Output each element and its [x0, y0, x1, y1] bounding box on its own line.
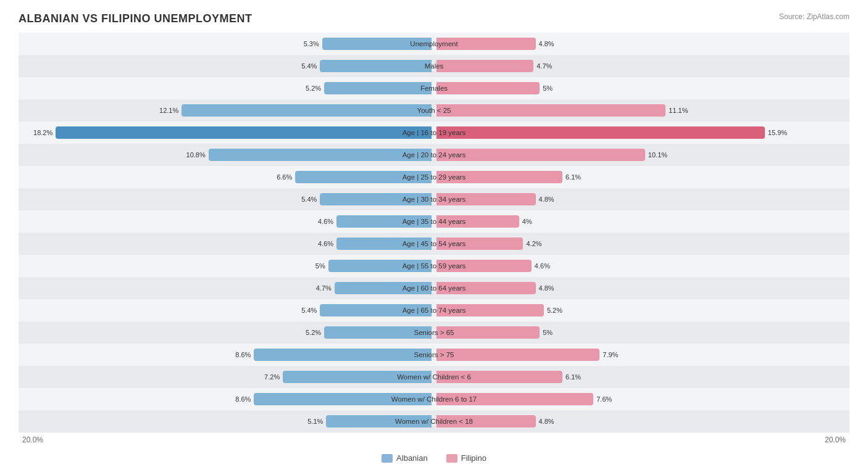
bar-right-4	[436, 126, 765, 139]
left-half-16: 8.6%	[19, 388, 434, 410]
val-right-6: 6.1%	[565, 173, 584, 181]
bar-row: 4.7% Age | 60 to 64 years 4.8%	[19, 277, 849, 299]
bar-row: 5.4% Age | 65 to 74 years 5.2%	[19, 299, 849, 321]
val-right-3: 11.1%	[669, 107, 688, 114]
right-half-17: 4.8%	[434, 410, 849, 432]
bar-left-11	[335, 282, 432, 294]
chart-area: 5.3% Unemployment 4.8% 5.4% Males 4.7% 5…	[19, 33, 849, 432]
left-half-17: 5.1%	[19, 410, 434, 432]
bar-right-9	[436, 238, 523, 250]
val-right-12: 5.2%	[547, 307, 565, 314]
val-right-5: 10.1%	[648, 151, 667, 159]
bar-row: 8.6% Seniors > 75 7.9%	[19, 344, 849, 366]
val-right-15: 6.1%	[565, 373, 584, 381]
right-half-3: 11.1%	[434, 99, 849, 122]
val-right-14: 7.9%	[603, 351, 621, 358]
bar-right-15	[436, 371, 562, 383]
val-left-9: 4.6%	[315, 240, 333, 247]
legend: Albanian Filipino	[19, 453, 849, 463]
bar-row: 5.4% Males 4.7%	[19, 55, 849, 77]
right-half-1: 4.7%	[434, 55, 849, 77]
val-left-10: 5%	[307, 262, 325, 270]
chart-header: ALBANIAN VS FILIPINO UNEMPLOYMENT Source…	[19, 12, 849, 25]
axis-row: 20.0% 20.0%	[19, 432, 849, 447]
bar-row: 18.2% Age | 16 to 19 years 15.9%	[19, 122, 849, 144]
val-left-14: 8.6%	[232, 351, 251, 358]
chart-container: ALBANIAN VS FILIPINO UNEMPLOYMENT Source…	[0, 0, 868, 467]
bar-right-2	[436, 82, 540, 94]
right-half-0: 4.8%	[434, 33, 849, 55]
val-left-17: 5.1%	[304, 418, 323, 425]
val-left-7: 5.4%	[298, 196, 317, 203]
right-half-12: 5.2%	[434, 299, 849, 321]
bar-right-0	[436, 38, 536, 50]
left-half-10: 5%	[19, 255, 434, 277]
bar-right-3	[436, 104, 666, 117]
bar-right-6	[436, 171, 562, 183]
val-left-11: 4.7%	[313, 284, 332, 292]
bar-left-0	[322, 38, 432, 50]
bar-row: 5.2% Seniors > 65 5%	[19, 321, 849, 344]
legend-label-albanian: Albanian	[396, 453, 428, 463]
bar-row: 5% Age | 55 to 59 years 4.6%	[19, 255, 849, 277]
right-half-5: 10.1%	[434, 144, 849, 166]
bar-left-4	[56, 126, 432, 139]
bar-row: 12.1% Youth < 25 11.1%	[19, 99, 849, 122]
bar-row: 4.6% Age | 45 to 54 years 4.2%	[19, 233, 849, 255]
bar-right-8	[436, 215, 519, 228]
val-left-16: 8.6%	[232, 395, 251, 403]
bar-left-10	[328, 260, 432, 272]
val-right-0: 4.8%	[539, 40, 557, 48]
left-half-4: 18.2%	[19, 122, 434, 144]
left-half-3: 12.1%	[19, 99, 434, 122]
legend-color-filipino	[446, 454, 457, 463]
bar-left-12	[320, 304, 432, 316]
right-half-15: 6.1%	[434, 366, 849, 388]
val-right-4: 15.9%	[768, 129, 787, 136]
val-right-2: 5%	[543, 85, 561, 92]
bar-left-15	[283, 371, 432, 383]
left-half-2: 5.2%	[19, 77, 434, 99]
right-half-9: 4.2%	[434, 233, 849, 255]
bar-row: 6.6% Age | 25 to 29 years 6.1%	[19, 166, 849, 188]
val-left-8: 4.6%	[315, 218, 333, 225]
left-half-12: 5.4%	[19, 299, 434, 321]
bar-left-9	[336, 238, 432, 250]
bar-left-8	[336, 215, 432, 228]
bar-row: 4.6% Age | 35 to 44 years 4%	[19, 210, 849, 233]
left-half-15: 7.2%	[19, 366, 434, 388]
left-half-14: 8.6%	[19, 344, 434, 366]
bar-right-13	[436, 326, 540, 339]
bar-row: 5.4% Age | 30 to 34 years 4.8%	[19, 188, 849, 210]
chart-title: ALBANIAN VS FILIPINO UNEMPLOYMENT	[19, 12, 252, 25]
val-left-4: 18.2%	[33, 129, 52, 136]
val-left-2: 5.2%	[303, 85, 321, 92]
bar-row: 7.2% Women w/ Children < 6 6.1%	[19, 366, 849, 388]
val-left-13: 5.2%	[303, 329, 321, 336]
bar-left-6	[295, 171, 432, 183]
bar-left-5	[209, 149, 432, 161]
bar-left-3	[182, 104, 432, 117]
right-half-6: 6.1%	[434, 166, 849, 188]
bar-row: 5.1% Women w/ Children < 18 4.8%	[19, 410, 849, 432]
right-half-7: 4.8%	[434, 188, 849, 210]
legend-color-albanian	[382, 454, 393, 463]
axis-label-left: 20.0%	[19, 436, 434, 444]
bar-left-13	[324, 326, 432, 339]
val-left-15: 7.2%	[261, 373, 280, 381]
left-half-1: 5.4%	[19, 55, 434, 77]
bar-left-17	[326, 415, 432, 428]
bar-row: 5.3% Unemployment 4.8%	[19, 33, 849, 55]
right-half-4: 15.9%	[434, 122, 849, 144]
bar-right-17	[436, 415, 536, 428]
val-right-8: 4%	[522, 218, 541, 225]
bar-row: 10.8% Age | 20 to 24 years 10.1%	[19, 144, 849, 166]
chart-source: Source: ZipAtlas.com	[779, 12, 849, 21]
right-half-10: 4.6%	[434, 255, 849, 277]
bar-row: 8.6% Women w/ Children 6 to 17 7.6%	[19, 388, 849, 410]
right-half-14: 7.9%	[434, 344, 849, 366]
left-half-9: 4.6%	[19, 233, 434, 255]
legend-item-filipino: Filipino	[446, 453, 486, 463]
left-half-13: 5.2%	[19, 321, 434, 344]
left-half-0: 5.3%	[19, 33, 434, 55]
